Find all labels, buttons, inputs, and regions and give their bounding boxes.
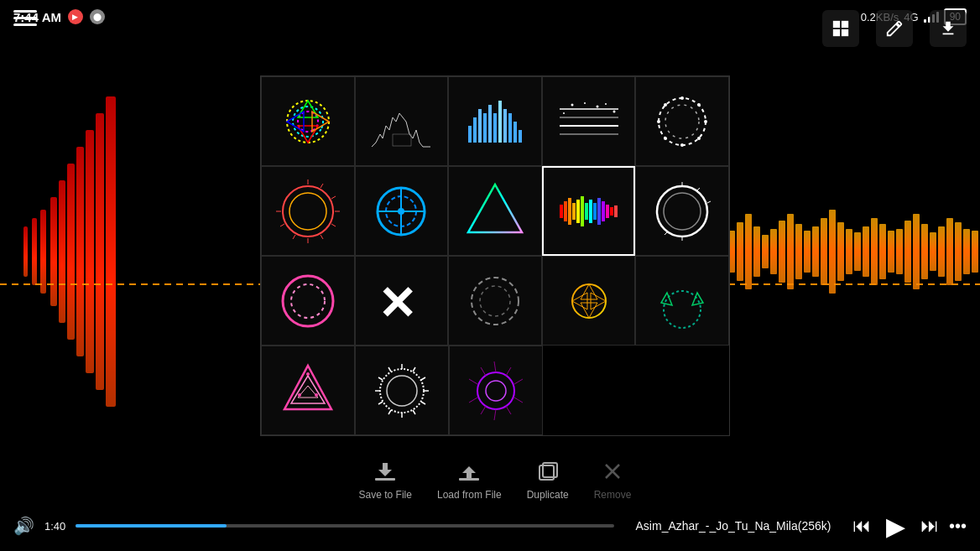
svg-rect-22	[795, 224, 802, 279]
preset-cell-17[interactable]	[355, 346, 449, 435]
svg-point-80	[680, 143, 684, 147]
svg-point-100	[398, 208, 404, 215]
circle-toothed-icon	[368, 357, 435, 424]
preset-cell-13[interactable]	[448, 256, 542, 346]
svg-rect-26	[829, 210, 836, 294]
svg-rect-12	[32, 218, 37, 285]
top-controls	[822, 10, 967, 47]
more-options-button[interactable]: •••	[949, 517, 967, 536]
volume-button[interactable]: 🔊	[13, 516, 34, 536]
burst-purple-icon	[462, 357, 529, 424]
waveform-color-bar-icon	[555, 178, 623, 245]
svg-rect-7	[76, 147, 84, 356]
x-mark-icon: ✕	[368, 268, 435, 335]
svg-point-156	[477, 372, 514, 409]
grid-view-button[interactable]	[822, 10, 859, 47]
preset-cell-14[interactable]	[542, 256, 636, 346]
svg-rect-104	[568, 198, 571, 225]
svg-rect-3	[842, 29, 848, 36]
preset-cell-10[interactable]	[635, 166, 729, 256]
svg-rect-17	[753, 226, 760, 277]
fast-forward-button[interactable]: ⏭	[920, 515, 939, 537]
preset-cell-9[interactable]	[542, 166, 636, 256]
svg-rect-0	[833, 21, 840, 28]
remove-button[interactable]: Remove	[594, 457, 632, 501]
svg-point-73	[612, 110, 615, 112]
upload-icon	[455, 457, 483, 486]
svg-rect-43	[972, 231, 978, 273]
right-waveform	[728, 46, 980, 457]
svg-rect-33	[888, 231, 894, 273]
circle-ring-pink-icon	[274, 268, 341, 335]
ring-white-icon	[649, 178, 716, 245]
svg-rect-38	[930, 232, 936, 271]
svg-point-157	[486, 381, 506, 401]
preset-cell-16[interactable]	[261, 346, 355, 435]
preset-cell-4[interactable]	[542, 76, 636, 166]
preset-cell-8[interactable]	[448, 166, 542, 256]
bottom-toolbar: Save to File Load from File Duplicate Re…	[260, 457, 730, 501]
svg-line-88	[331, 196, 336, 199]
svg-point-70	[596, 105, 598, 107]
rewind-button[interactable]: ⏮	[852, 515, 871, 537]
preset-cell-12[interactable]: ✕	[355, 256, 449, 346]
svg-rect-5	[59, 180, 65, 323]
preset-cell-7[interactable]	[355, 166, 449, 256]
preset-cell-3[interactable]	[448, 76, 542, 166]
svg-point-139	[298, 393, 301, 397]
pencil-icon	[885, 19, 904, 38]
svg-line-146	[421, 377, 425, 380]
svg-rect-9	[96, 113, 104, 390]
svg-rect-109	[589, 200, 592, 223]
svg-rect-36	[913, 214, 920, 289]
cat-ears-icon	[649, 268, 716, 335]
preset-cell-1[interactable]	[261, 76, 355, 166]
svg-rect-25	[821, 218, 827, 285]
svg-line-120	[707, 201, 711, 203]
svg-marker-132	[591, 293, 606, 309]
svg-rect-169	[459, 478, 479, 481]
grid-row-4	[261, 346, 729, 435]
save-to-file-button[interactable]: Save to File	[359, 457, 412, 501]
svg-rect-11	[40, 210, 46, 294]
svg-rect-4	[50, 197, 57, 306]
preset-cell-15[interactable]	[635, 256, 729, 346]
preset-cell-6[interactable]	[261, 166, 355, 256]
svg-point-47	[294, 107, 321, 135]
preset-cell-11[interactable]	[261, 256, 355, 346]
duplicate-button[interactable]: Duplicate	[527, 457, 569, 501]
progress-bar[interactable]	[76, 524, 614, 528]
svg-rect-21	[787, 214, 794, 289]
svg-line-145	[413, 367, 415, 372]
svg-point-116	[657, 186, 707, 237]
download-button[interactable]	[930, 10, 967, 47]
svg-rect-105	[572, 203, 576, 220]
svg-line-91	[321, 235, 323, 239]
svg-line-90	[331, 224, 336, 226]
load-from-file-button[interactable]: Load from File	[437, 457, 502, 501]
status-time: 7:44 AM	[13, 10, 61, 24]
preset-cell-2[interactable]	[355, 76, 449, 166]
svg-line-122	[665, 232, 667, 235]
svg-rect-41	[955, 222, 962, 281]
preset-cell-5[interactable]	[635, 76, 729, 166]
svg-rect-102	[560, 205, 563, 218]
svg-marker-129	[581, 284, 597, 299]
svg-point-124	[291, 284, 325, 318]
svg-point-75	[665, 105, 699, 138]
svg-point-83	[664, 103, 667, 107]
svg-point-77	[697, 103, 701, 107]
svg-line-94	[280, 224, 284, 226]
svg-rect-19	[770, 229, 777, 274]
svg-line-149	[413, 410, 415, 414]
play-button[interactable]: ▶	[886, 512, 905, 541]
edit-button[interactable]	[876, 10, 913, 47]
svg-rect-2	[833, 29, 840, 36]
svg-line-151	[388, 410, 391, 414]
svg-point-84	[283, 186, 333, 237]
preset-cell-18[interactable]	[449, 346, 543, 435]
svg-line-160	[514, 379, 523, 384]
svg-point-71	[605, 103, 607, 105]
svg-line-155	[388, 367, 391, 372]
svg-rect-52	[393, 134, 411, 146]
